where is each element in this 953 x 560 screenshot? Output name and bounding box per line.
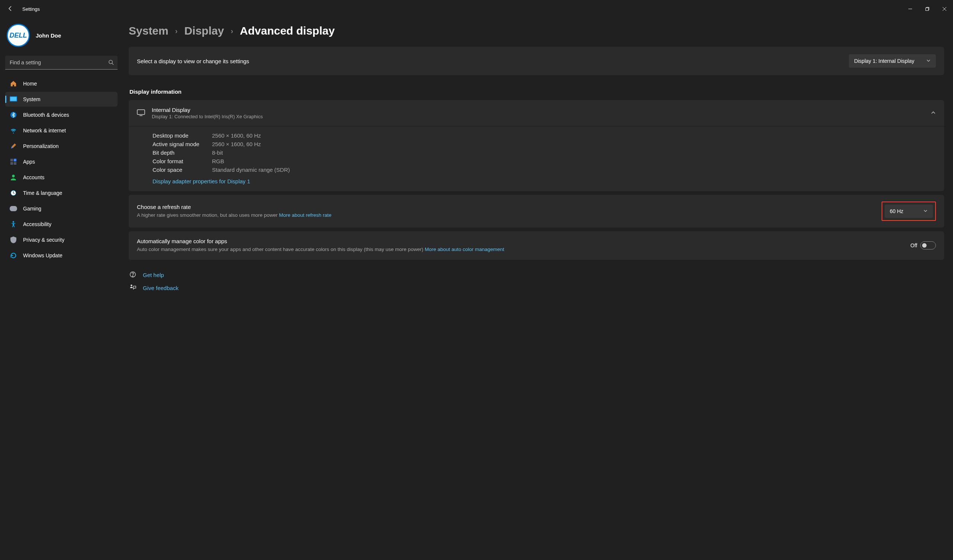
accessibility-icon <box>10 220 17 228</box>
auto-color-title: Automatically manage color for apps <box>137 238 903 244</box>
back-button[interactable] <box>8 6 15 12</box>
monitor-icon <box>137 109 145 117</box>
svg-rect-7 <box>11 97 17 101</box>
breadcrumb-display[interactable]: Display <box>184 25 224 37</box>
info-label: Bit depth <box>152 149 212 156</box>
refresh-rate-highlight: 60 Hz <box>882 202 936 221</box>
profile[interactable]: DELL John Doe <box>5 22 118 54</box>
search-box <box>5 56 118 70</box>
display-info-card: Internal Display Display 1: Connected to… <box>129 100 944 191</box>
breadcrumb-system[interactable]: System <box>129 25 169 37</box>
display-info-header[interactable]: Internal Display Display 1: Connected to… <box>129 100 944 126</box>
nav-apps[interactable]: Apps <box>5 154 118 169</box>
nav: Home System Bluetooth & devices Network … <box>5 76 118 263</box>
info-value: Standard dynamic range (SDR) <box>212 167 936 173</box>
nav-label: Bluetooth & devices <box>23 112 69 118</box>
search-icon <box>108 59 114 66</box>
info-label: Color format <box>152 158 212 164</box>
refresh-rate-more-link[interactable]: More about refresh rate <box>279 213 331 218</box>
nav-label: Accessibility <box>23 221 51 227</box>
info-value: 2560 × 1600, 60 Hz <box>212 141 936 147</box>
display-selector-dropdown[interactable]: Display 1: Internal Display <box>849 54 936 68</box>
nav-accessibility[interactable]: Accessibility <box>5 217 118 232</box>
system-icon <box>10 96 17 103</box>
nav-system[interactable]: System <box>5 92 118 107</box>
auto-color-state: Off <box>911 242 917 248</box>
nav-label: Gaming <box>23 206 41 212</box>
chevron-right-icon: › <box>231 27 233 35</box>
apps-icon <box>10 158 17 166</box>
nav-accounts[interactable]: Accounts <box>5 170 118 185</box>
wifi-icon <box>10 127 17 134</box>
profile-name: John Doe <box>36 33 61 39</box>
auto-color-toggle[interactable] <box>920 241 936 250</box>
select-display-prompt: Select a display to view or change its s… <box>137 58 843 64</box>
display-name: Internal Display <box>152 107 924 113</box>
svg-rect-9 <box>11 159 13 161</box>
adapter-properties-link[interactable]: Display adapter properties for Display 1 <box>152 178 936 185</box>
search-input[interactable] <box>5 56 118 70</box>
refresh-rate-value: 60 Hz <box>890 208 903 214</box>
nav-label: System <box>23 96 40 102</box>
nav-personalization[interactable]: Personalization <box>5 139 118 154</box>
sidebar: DELL John Doe Home System Bluetooth & de… <box>0 18 123 560</box>
svg-point-20 <box>132 276 133 276</box>
shield-icon <box>10 236 17 244</box>
info-label: Desktop mode <box>152 132 212 139</box>
help-icon <box>129 271 137 279</box>
nav-label: Home <box>23 81 37 87</box>
chevron-up-icon <box>931 110 936 116</box>
chevron-down-icon <box>923 208 928 214</box>
refresh-rate-dropdown[interactable]: 60 Hz <box>885 205 933 218</box>
get-help-label: Get help <box>143 272 164 278</box>
nav-bluetooth[interactable]: Bluetooth & devices <box>5 107 118 123</box>
svg-rect-17 <box>137 110 145 115</box>
nav-time-language[interactable]: Time & language <box>5 186 118 200</box>
info-value: RGB <box>212 158 936 164</box>
chevron-down-icon <box>926 58 931 64</box>
give-feedback-label: Give feedback <box>143 285 178 291</box>
info-value: 2560 × 1600, 60 Hz <box>212 132 936 139</box>
nav-home[interactable]: Home <box>5 76 118 91</box>
svg-rect-10 <box>14 159 16 161</box>
section-title: Display information <box>129 88 944 95</box>
window-title: Settings <box>22 6 40 12</box>
update-icon <box>10 252 17 259</box>
window-controls <box>902 0 953 18</box>
nav-label: Personalization <box>23 143 59 149</box>
nav-gaming[interactable]: Gaming <box>5 201 118 216</box>
svg-rect-11 <box>11 162 13 165</box>
svg-point-21 <box>130 284 132 286</box>
minimize-button[interactable] <box>902 0 919 18</box>
bluetooth-icon <box>10 111 17 119</box>
svg-line-5 <box>112 63 113 65</box>
select-display-card: Select a display to view or change its s… <box>129 47 944 75</box>
gamepad-icon <box>10 205 17 213</box>
svg-point-13 <box>12 175 14 177</box>
auto-color-more-link[interactable]: More about auto color management <box>425 247 504 252</box>
give-feedback-link[interactable]: Give feedback <box>129 284 944 292</box>
nav-label: Apps <box>23 159 35 165</box>
info-label: Color space <box>152 167 212 173</box>
maximize-button[interactable] <box>919 0 936 18</box>
footer-links: Get help Give feedback <box>129 271 944 292</box>
feedback-icon <box>129 284 137 292</box>
refresh-rate-subtitle: A higher rate gives smoother motion, but… <box>137 212 874 219</box>
titlebar: Settings <box>0 0 953 18</box>
nav-network[interactable]: Network & internet <box>5 123 118 138</box>
nav-privacy[interactable]: Privacy & security <box>5 233 118 247</box>
svg-rect-12 <box>14 162 16 165</box>
svg-point-4 <box>109 60 112 63</box>
nav-label: Privacy & security <box>23 237 64 243</box>
nav-label: Time & language <box>23 190 62 196</box>
svg-rect-1 <box>926 8 929 11</box>
clock-icon <box>10 189 17 197</box>
close-button[interactable] <box>936 0 953 18</box>
nav-label: Network & internet <box>23 127 66 133</box>
chevron-right-icon: › <box>175 27 178 35</box>
nav-windows-update[interactable]: Windows Update <box>5 248 118 263</box>
display-subtitle: Display 1: Connected to Intel(R) Iris(R)… <box>152 114 924 119</box>
main-content: System › Display › Advanced display Sele… <box>123 18 953 560</box>
get-help-link[interactable]: Get help <box>129 271 944 279</box>
svg-point-16 <box>12 221 14 223</box>
